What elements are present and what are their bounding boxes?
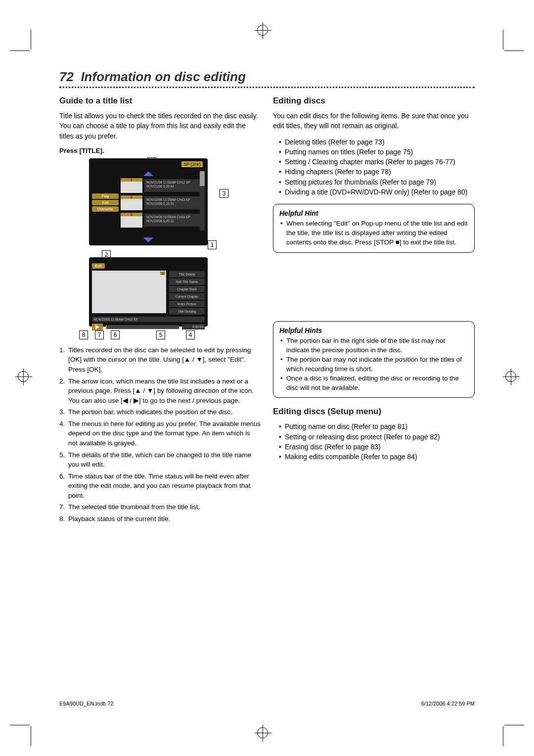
osd-row-num: 1	[121, 178, 142, 182]
guide-numbered-list: Titles recorded on the disc can be selec…	[59, 345, 261, 524]
edit-time: 0:00:59	[182, 324, 205, 330]
hint-heading: Helpful Hints	[279, 327, 468, 334]
edit-play-icon	[92, 324, 103, 331]
editing-discs-setup-bullets: Putting name on disc (Refer to page 81) …	[279, 422, 475, 462]
hint-heading: Helpful Hint	[279, 209, 468, 217]
osd-edit-panel: Edit 2 Title Delete Edit Title Name Chap…	[89, 257, 208, 327]
edit-time-bar	[106, 325, 179, 329]
callout-1: 1	[208, 240, 217, 249]
list-item: Dividing a title (DVD+RW/DVD-RW only) (R…	[279, 187, 475, 197]
osd-row-num: 3	[121, 213, 142, 216]
press-title-label: Press [TITLE].	[59, 147, 261, 154]
edit-meta: NOV/22/05 11:00AM CH12 EP	[92, 317, 205, 322]
bottom-callouts: 8 7 6 5 4	[79, 331, 195, 339]
editing-discs-heading: Editing discs	[273, 96, 475, 106]
osd-row-line2: NOV/24/06 0:20:11	[146, 219, 203, 223]
osd-scrollbar[interactable]	[200, 171, 205, 231]
dotted-rule	[59, 87, 475, 88]
osd-row-line1: NOV/22/06 11:35AM CH13 EP	[146, 198, 203, 202]
list-item: Making edits compatible (Refer to page 8…	[279, 452, 475, 462]
registration-mark-right	[505, 371, 516, 382]
osd-mode-badge: SP (2Hr)	[181, 161, 203, 167]
editing-discs-setup-heading: Editing discs (Setup menu)	[273, 407, 475, 417]
osd-row-line1: NOV/24/06 10:05AM CH10 EP	[146, 215, 203, 219]
page-title: Information on disc editing	[81, 69, 246, 84]
editing-discs-bullets: Deleting titles (Refer to page 73) Putti…	[279, 137, 475, 197]
edit-tag: Edit	[92, 263, 105, 269]
list-item: Putting names on titles (Refer to page 7…	[279, 147, 475, 157]
page-content: 72 Information on disc editing Guide to …	[59, 69, 475, 525]
list-item: The details of the title, which can be c…	[59, 450, 261, 470]
left-column: Guide to a title list Title list allows …	[59, 93, 261, 525]
edit-menu: Title Delete Edit Title Name Chapter Mar…	[169, 271, 205, 315]
figure-block: 2 3 1 2 SP (2Hr) 1 NOV/21/06 11:00AM CH1…	[59, 158, 261, 341]
osd-row-num: 2	[121, 195, 142, 199]
right-column: Editing discs You can edit discs for the…	[273, 93, 475, 525]
edit-menu-item[interactable]: Title Dividing	[169, 308, 205, 315]
callout-7: 7	[95, 331, 104, 339]
callout-4: 4	[186, 331, 195, 339]
osd-title-list: SP (2Hr) 1 NOV/21/06 11:00AM CH12 SP NOV…	[89, 158, 208, 245]
list-item: The portion bar, which indicates the pos…	[59, 407, 261, 417]
osd-edit-button[interactable]: Edit	[92, 200, 119, 205]
osd-play-button[interactable]: Play	[92, 193, 119, 199]
list-item: Setting pictures for thumbnails (Refer t…	[279, 177, 475, 187]
callout-6: 6	[111, 331, 120, 339]
edit-menu-item[interactable]: Current Chapter	[169, 293, 205, 300]
osd-row-line2: NOV/21/06 0:20:44	[146, 185, 203, 189]
footer-right: 6/12/2006 4:22:59 PM	[421, 701, 475, 707]
registration-mark-top	[257, 25, 268, 36]
list-item: Deleting titles (Refer to page 73)	[279, 137, 475, 147]
osd-row-line2: NOV/22/06 0:10:33	[146, 202, 203, 206]
edit-menu-item[interactable]: Title Delete	[169, 271, 205, 278]
list-item: Setting or releasing disc protect (Refer…	[279, 432, 475, 442]
edit-preview: 2	[92, 271, 166, 313]
registration-mark-left	[18, 371, 29, 382]
callout-3: 3	[220, 189, 228, 198]
edit-menu-item[interactable]: Edit Title Name	[169, 278, 205, 285]
list-item: The arrow icon, which means the title li…	[59, 377, 261, 406]
osd-overwrite-button[interactable]: Overwrite	[92, 206, 119, 212]
registration-mark-bottom	[257, 727, 268, 738]
list-item: The selected title thumbnail from the ti…	[59, 502, 261, 512]
page-number: 72	[59, 69, 74, 84]
osd-row-line1: NOV/21/06 11:00AM CH12 SP	[146, 181, 203, 185]
hint-item: The portion bar in the right side of the…	[280, 336, 468, 355]
hint-item: When selecting "Edit" on Pop-up menu of …	[280, 219, 468, 247]
list-item: Titles recorded on the disc can be selec…	[59, 345, 261, 375]
editing-discs-intro: You can edit discs for the following ite…	[273, 111, 475, 131]
guide-intro: Title list allows you to check the title…	[59, 111, 261, 141]
osd-arrow-down-icon	[143, 237, 153, 242]
list-item: Time status bar of the title. Time statu…	[59, 472, 261, 501]
list-item: Hiding chapters (Refer to page 78)	[279, 167, 475, 177]
helpful-hint-box-1: Helpful Hint When selecting "Edit" on Po…	[273, 204, 475, 253]
callout-8: 8	[79, 331, 88, 339]
list-item: Playback status of the current title.	[59, 514, 261, 524]
hint-item: The portion bar may not indicate the pos…	[280, 355, 468, 374]
footer-left: E9A90UD_EN.indb 72	[59, 701, 113, 707]
page-footer: E9A90UD_EN.indb 72 6/12/2006 4:22:59 PM	[59, 701, 475, 707]
list-item: Setting / Clearing chapter marks (Refer …	[279, 157, 475, 167]
edit-chip: 2	[160, 272, 165, 275]
helpful-hint-box-2: Helpful Hints The portion bar in the rig…	[273, 321, 475, 398]
list-item: The menus in here for editing as you pre…	[59, 419, 261, 448]
osd-arrow-up-icon	[143, 171, 153, 176]
edit-menu-item[interactable]: Index Picture	[169, 300, 205, 308]
edit-menu-item[interactable]: Chapter Mark	[169, 285, 205, 293]
list-item: Putting name on disc (Refer to page 81)	[279, 422, 475, 431]
hint-item: Once a disc is finalized, editing the di…	[280, 374, 468, 393]
list-item: Erasing disc (Refer to page 83)	[279, 442, 475, 452]
callout-5: 5	[156, 331, 165, 339]
guide-heading: Guide to a title list	[59, 96, 261, 106]
